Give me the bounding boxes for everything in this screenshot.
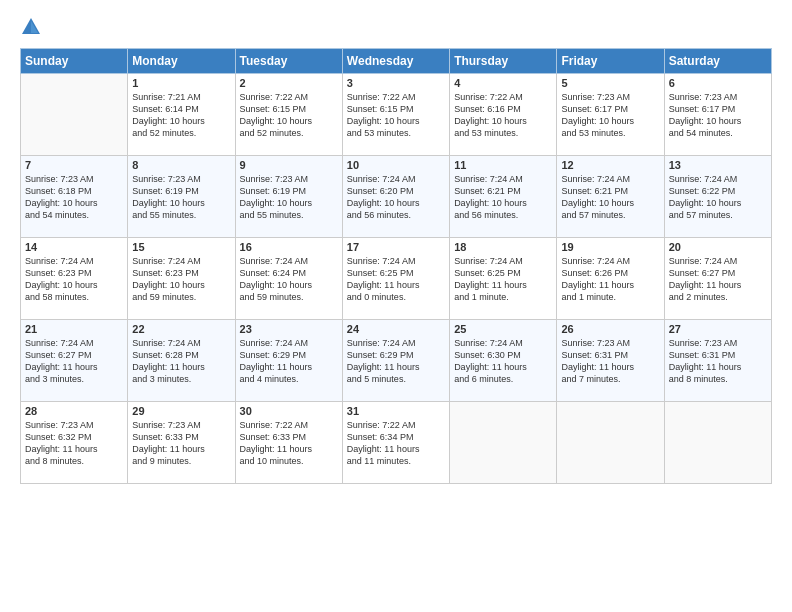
day-number: 19: [561, 241, 659, 253]
day-info: Sunrise: 7:23 AMSunset: 6:33 PMDaylight:…: [132, 419, 230, 468]
day-info: Sunrise: 7:24 AMSunset: 6:27 PMDaylight:…: [25, 337, 123, 386]
calendar-cell: 26Sunrise: 7:23 AMSunset: 6:31 PMDayligh…: [557, 320, 664, 402]
day-number: 9: [240, 159, 338, 171]
calendar-week-row: 14Sunrise: 7:24 AMSunset: 6:23 PMDayligh…: [21, 238, 772, 320]
calendar-cell: 3Sunrise: 7:22 AMSunset: 6:15 PMDaylight…: [342, 74, 449, 156]
calendar-cell: 14Sunrise: 7:24 AMSunset: 6:23 PMDayligh…: [21, 238, 128, 320]
day-number: 21: [25, 323, 123, 335]
calendar-week-row: 1Sunrise: 7:21 AMSunset: 6:14 PMDaylight…: [21, 74, 772, 156]
day-number: 18: [454, 241, 552, 253]
day-number: 5: [561, 77, 659, 89]
calendar-cell: 16Sunrise: 7:24 AMSunset: 6:24 PMDayligh…: [235, 238, 342, 320]
day-info: Sunrise: 7:21 AMSunset: 6:14 PMDaylight:…: [132, 91, 230, 140]
col-sunday: Sunday: [21, 49, 128, 74]
calendar-cell: 30Sunrise: 7:22 AMSunset: 6:33 PMDayligh…: [235, 402, 342, 484]
day-number: 3: [347, 77, 445, 89]
day-number: 23: [240, 323, 338, 335]
day-info: Sunrise: 7:23 AMSunset: 6:17 PMDaylight:…: [669, 91, 767, 140]
calendar-cell: 29Sunrise: 7:23 AMSunset: 6:33 PMDayligh…: [128, 402, 235, 484]
calendar-table: Sunday Monday Tuesday Wednesday Thursday…: [20, 48, 772, 484]
day-info: Sunrise: 7:24 AMSunset: 6:30 PMDaylight:…: [454, 337, 552, 386]
day-number: 1: [132, 77, 230, 89]
calendar-cell: 8Sunrise: 7:23 AMSunset: 6:19 PMDaylight…: [128, 156, 235, 238]
day-info: Sunrise: 7:22 AMSunset: 6:33 PMDaylight:…: [240, 419, 338, 468]
day-number: 22: [132, 323, 230, 335]
day-number: 4: [454, 77, 552, 89]
day-info: Sunrise: 7:23 AMSunset: 6:17 PMDaylight:…: [561, 91, 659, 140]
day-info: Sunrise: 7:24 AMSunset: 6:20 PMDaylight:…: [347, 173, 445, 222]
calendar-cell: 9Sunrise: 7:23 AMSunset: 6:19 PMDaylight…: [235, 156, 342, 238]
calendar-week-row: 7Sunrise: 7:23 AMSunset: 6:18 PMDaylight…: [21, 156, 772, 238]
calendar-cell: 15Sunrise: 7:24 AMSunset: 6:23 PMDayligh…: [128, 238, 235, 320]
day-info: Sunrise: 7:22 AMSunset: 6:15 PMDaylight:…: [347, 91, 445, 140]
calendar-cell: 1Sunrise: 7:21 AMSunset: 6:14 PMDaylight…: [128, 74, 235, 156]
day-number: 12: [561, 159, 659, 171]
day-info: Sunrise: 7:24 AMSunset: 6:25 PMDaylight:…: [454, 255, 552, 304]
calendar-cell: 2Sunrise: 7:22 AMSunset: 6:15 PMDaylight…: [235, 74, 342, 156]
header: [20, 16, 772, 38]
day-info: Sunrise: 7:23 AMSunset: 6:19 PMDaylight:…: [132, 173, 230, 222]
day-info: Sunrise: 7:24 AMSunset: 6:29 PMDaylight:…: [347, 337, 445, 386]
calendar-cell: 31Sunrise: 7:22 AMSunset: 6:34 PMDayligh…: [342, 402, 449, 484]
day-number: 17: [347, 241, 445, 253]
day-info: Sunrise: 7:24 AMSunset: 6:23 PMDaylight:…: [132, 255, 230, 304]
day-number: 26: [561, 323, 659, 335]
day-info: Sunrise: 7:23 AMSunset: 6:18 PMDaylight:…: [25, 173, 123, 222]
day-info: Sunrise: 7:22 AMSunset: 6:16 PMDaylight:…: [454, 91, 552, 140]
calendar-cell: 18Sunrise: 7:24 AMSunset: 6:25 PMDayligh…: [450, 238, 557, 320]
calendar-cell: 19Sunrise: 7:24 AMSunset: 6:26 PMDayligh…: [557, 238, 664, 320]
calendar-cell: 17Sunrise: 7:24 AMSunset: 6:25 PMDayligh…: [342, 238, 449, 320]
logo-icon: [20, 16, 42, 38]
col-tuesday: Tuesday: [235, 49, 342, 74]
day-info: Sunrise: 7:24 AMSunset: 6:27 PMDaylight:…: [669, 255, 767, 304]
calendar-cell: 20Sunrise: 7:24 AMSunset: 6:27 PMDayligh…: [664, 238, 771, 320]
day-number: 15: [132, 241, 230, 253]
calendar-cell: [664, 402, 771, 484]
day-info: Sunrise: 7:24 AMSunset: 6:21 PMDaylight:…: [561, 173, 659, 222]
calendar-cell: 23Sunrise: 7:24 AMSunset: 6:29 PMDayligh…: [235, 320, 342, 402]
day-number: 13: [669, 159, 767, 171]
day-number: 2: [240, 77, 338, 89]
day-number: 14: [25, 241, 123, 253]
day-number: 29: [132, 405, 230, 417]
day-info: Sunrise: 7:23 AMSunset: 6:31 PMDaylight:…: [561, 337, 659, 386]
col-thursday: Thursday: [450, 49, 557, 74]
day-number: 11: [454, 159, 552, 171]
day-number: 28: [25, 405, 123, 417]
col-friday: Friday: [557, 49, 664, 74]
day-info: Sunrise: 7:24 AMSunset: 6:25 PMDaylight:…: [347, 255, 445, 304]
day-info: Sunrise: 7:24 AMSunset: 6:22 PMDaylight:…: [669, 173, 767, 222]
calendar-cell: 27Sunrise: 7:23 AMSunset: 6:31 PMDayligh…: [664, 320, 771, 402]
calendar-cell: 4Sunrise: 7:22 AMSunset: 6:16 PMDaylight…: [450, 74, 557, 156]
day-info: Sunrise: 7:22 AMSunset: 6:34 PMDaylight:…: [347, 419, 445, 468]
day-info: Sunrise: 7:24 AMSunset: 6:24 PMDaylight:…: [240, 255, 338, 304]
calendar-cell: 12Sunrise: 7:24 AMSunset: 6:21 PMDayligh…: [557, 156, 664, 238]
day-number: 24: [347, 323, 445, 335]
calendar-week-row: 21Sunrise: 7:24 AMSunset: 6:27 PMDayligh…: [21, 320, 772, 402]
day-info: Sunrise: 7:24 AMSunset: 6:21 PMDaylight:…: [454, 173, 552, 222]
day-info: Sunrise: 7:23 AMSunset: 6:32 PMDaylight:…: [25, 419, 123, 468]
day-info: Sunrise: 7:24 AMSunset: 6:26 PMDaylight:…: [561, 255, 659, 304]
day-number: 30: [240, 405, 338, 417]
day-info: Sunrise: 7:22 AMSunset: 6:15 PMDaylight:…: [240, 91, 338, 140]
calendar-cell: 24Sunrise: 7:24 AMSunset: 6:29 PMDayligh…: [342, 320, 449, 402]
day-number: 16: [240, 241, 338, 253]
logo: [20, 16, 46, 38]
calendar-body: 1Sunrise: 7:21 AMSunset: 6:14 PMDaylight…: [21, 74, 772, 484]
calendar-cell: 10Sunrise: 7:24 AMSunset: 6:20 PMDayligh…: [342, 156, 449, 238]
calendar-cell: 6Sunrise: 7:23 AMSunset: 6:17 PMDaylight…: [664, 74, 771, 156]
calendar-cell: 25Sunrise: 7:24 AMSunset: 6:30 PMDayligh…: [450, 320, 557, 402]
day-number: 8: [132, 159, 230, 171]
calendar-week-row: 28Sunrise: 7:23 AMSunset: 6:32 PMDayligh…: [21, 402, 772, 484]
col-monday: Monday: [128, 49, 235, 74]
col-wednesday: Wednesday: [342, 49, 449, 74]
day-number: 7: [25, 159, 123, 171]
svg-marker-1: [31, 21, 38, 33]
day-number: 6: [669, 77, 767, 89]
day-number: 20: [669, 241, 767, 253]
day-info: Sunrise: 7:24 AMSunset: 6:28 PMDaylight:…: [132, 337, 230, 386]
page: Sunday Monday Tuesday Wednesday Thursday…: [0, 0, 792, 612]
day-info: Sunrise: 7:24 AMSunset: 6:23 PMDaylight:…: [25, 255, 123, 304]
day-number: 25: [454, 323, 552, 335]
calendar-cell: 28Sunrise: 7:23 AMSunset: 6:32 PMDayligh…: [21, 402, 128, 484]
